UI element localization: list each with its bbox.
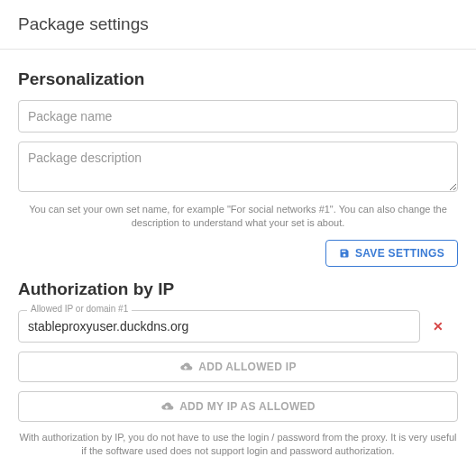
add-allowed-ip-button[interactable]: ADD ALLOWED IP (18, 352, 458, 382)
save-settings-button[interactable]: SAVE SETTINGS (325, 240, 458, 267)
personalization-heading: Personalization (18, 69, 458, 89)
cloud-plus-icon (179, 361, 193, 371)
save-settings-label: SAVE SETTINGS (355, 247, 444, 260)
authorization-help-text: With authorization by IP, you do not hav… (18, 431, 458, 457)
package-description-input[interactable] (18, 142, 458, 192)
allowed-ip-input[interactable] (18, 310, 420, 343)
save-icon (339, 248, 350, 259)
page-title: Package settings (0, 0, 476, 50)
ip-field-label: Allowed IP or domain #1 (27, 304, 132, 314)
add-my-ip-button[interactable]: ADD MY IP AS ALLOWED (18, 391, 458, 422)
remove-ip-icon[interactable]: ✕ (429, 315, 447, 337)
add-my-ip-label: ADD MY IP AS ALLOWED (179, 400, 316, 413)
cloud-plus-icon (160, 401, 174, 411)
authorization-heading: Authorization by IP (18, 279, 458, 299)
personalization-help-text: You can set your own set name, for examp… (18, 203, 458, 231)
package-name-input[interactable] (18, 100, 458, 133)
add-allowed-ip-label: ADD ALLOWED IP (198, 361, 296, 373)
